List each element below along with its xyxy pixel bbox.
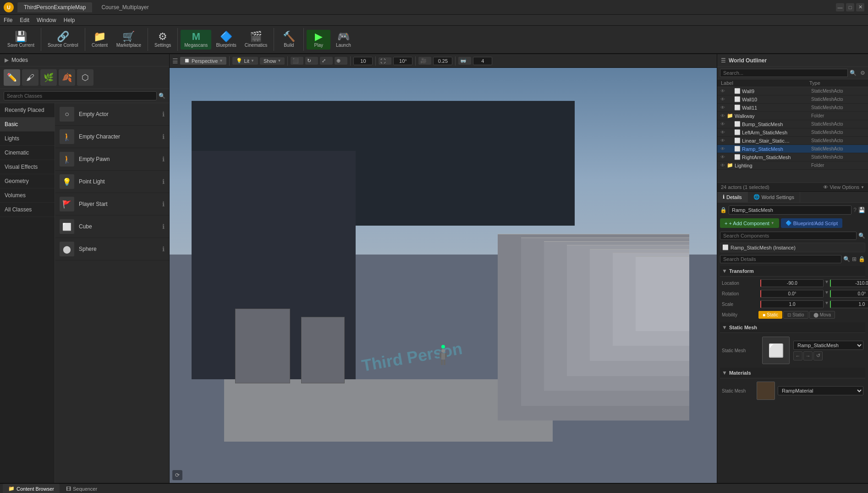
- category-recently-placed[interactable]: Recently Placed: [0, 103, 55, 117]
- eye-icon[interactable]: 👁: [719, 97, 726, 102]
- mesh-nav-forward[interactable]: →: [803, 351, 813, 360]
- build-button[interactable]: 🔨 Build: [277, 30, 301, 50]
- cinematics-button[interactable]: 🎬 Cinematics: [241, 30, 271, 50]
- search-components-input[interactable]: [720, 232, 857, 240]
- location-x-input[interactable]: [760, 279, 824, 287]
- tab-world-settings[interactable]: 🌐 World Settings: [748, 192, 800, 202]
- tab-details[interactable]: ℹ Details: [717, 192, 748, 202]
- menu-window[interactable]: Window: [37, 17, 56, 23]
- tab-sequencer[interactable]: 🎞 Sequencer: [60, 484, 103, 493]
- coord-tool[interactable]: ⊕: [335, 57, 347, 65]
- perspective-button[interactable]: 🔲 Perspective ▼: [180, 57, 226, 65]
- menu-help[interactable]: Help: [64, 17, 75, 23]
- viewport-menu-icon[interactable]: ☰: [172, 57, 178, 65]
- empty-pawn-info[interactable]: ℹ: [162, 155, 165, 163]
- save-current-button[interactable]: 💾 Save Current: [4, 30, 38, 50]
- mesh-nav-back[interactable]: ←: [793, 351, 802, 360]
- actor-name-input[interactable]: [729, 205, 852, 215]
- play-button[interactable]: ▶ Play: [307, 30, 330, 50]
- eye-icon[interactable]: 👁: [719, 146, 726, 151]
- viewport[interactable]: Third Person ⟳: [170, 68, 717, 483]
- table-row[interactable]: 👁 📁 Walkway Folder: [717, 112, 868, 120]
- eye-icon[interactable]: 👁: [719, 113, 726, 118]
- viewport-corner-button[interactable]: ⟳: [172, 470, 182, 480]
- list-item[interactable]: 🚶 Empty Character ℹ: [55, 126, 169, 148]
- static-mesh-section-header[interactable]: ▼ Static Mesh: [720, 322, 865, 333]
- mobility-movable-button[interactable]: ⬤ Mova: [809, 311, 835, 319]
- settings-button[interactable]: ⚙ Settings: [151, 30, 175, 50]
- table-row[interactable]: 👁 ⬜ Wall9 StaticMeshActo: [717, 87, 868, 95]
- table-row[interactable]: 👁 ⬜ Linear_Stair_Static… StaticMeshActo: [717, 137, 868, 145]
- maximize-button[interactable]: □: [846, 3, 854, 11]
- material-select[interactable]: RampMaterial: [778, 386, 863, 395]
- component-instance-row[interactable]: ⬜ Ramp_StaticMesh (Instance): [720, 243, 865, 252]
- mesh-refresh[interactable]: ↺: [813, 351, 823, 360]
- view-options-button[interactable]: 👁 View Options ▼: [823, 184, 864, 190]
- map-tab[interactable]: ThirdPersonExampleMap: [17, 2, 92, 12]
- outliner-search-input[interactable]: [720, 69, 848, 77]
- search-classes-input[interactable]: [4, 91, 157, 100]
- close-button[interactable]: ✕: [856, 3, 864, 11]
- grid-view-icon[interactable]: ⊞: [852, 256, 857, 262]
- mode-foliage-button[interactable]: 🍂: [59, 69, 75, 86]
- lit-button[interactable]: 💡 Lit ▼: [232, 57, 258, 65]
- eye-icon[interactable]: 👁: [719, 122, 726, 127]
- table-row[interactable]: 👁 ⬜ LeftArm_StaticMesh StaticMeshActo: [717, 128, 868, 137]
- launch-button[interactable]: 🎮 Launch: [331, 30, 355, 50]
- lock-details-icon[interactable]: 🔒: [858, 256, 865, 262]
- eye-icon[interactable]: 👁: [719, 163, 726, 168]
- list-item[interactable]: 💡 Point Light ℹ: [55, 171, 169, 193]
- list-item[interactable]: 🚩 Player Start ℹ: [55, 193, 169, 216]
- blueprint-script-button[interactable]: 🔷 Blueprint/Add Script: [781, 218, 842, 228]
- eye-icon[interactable]: 👁: [719, 155, 726, 160]
- outliner-settings-icon[interactable]: ⚙: [860, 70, 865, 76]
- scale-y-input[interactable]: [830, 300, 868, 308]
- sphere-info[interactable]: ℹ: [162, 245, 165, 253]
- materials-section-header[interactable]: ▼ Materials: [720, 368, 865, 378]
- mode-landscape-button[interactable]: 🌿: [40, 69, 57, 86]
- tab-content-browser[interactable]: 📁 Content Browser: [3, 484, 60, 493]
- outliner-search-icon[interactable]: 🔍: [850, 70, 857, 76]
- category-basic[interactable]: Basic: [0, 117, 55, 132]
- table-row[interactable]: 👁 ⬜ Wall10 StaticMeshActo: [717, 95, 868, 104]
- search-classes-icon[interactable]: 🔍: [159, 93, 165, 99]
- cube-info[interactable]: ℹ: [162, 223, 165, 230]
- menu-edit[interactable]: Edit: [20, 17, 29, 23]
- marketplace-button[interactable]: 🛒 Marketplace: [113, 30, 145, 50]
- point-light-info[interactable]: ℹ: [162, 178, 165, 185]
- eye-icon[interactable]: 👁: [719, 138, 726, 143]
- eye-icon[interactable]: 👁: [719, 130, 726, 135]
- grid-value[interactable]: 4: [473, 57, 492, 65]
- save-icon-detail[interactable]: 💾: [858, 207, 865, 213]
- search-details-input[interactable]: [720, 255, 841, 263]
- source-control-button[interactable]: 🔗 Source Control: [44, 30, 82, 50]
- table-row[interactable]: 👁 ⬜ Wall11 StaticMeshActo: [717, 104, 868, 112]
- mode-select-button[interactable]: ✏️: [4, 69, 20, 86]
- category-lights[interactable]: Lights: [0, 132, 55, 146]
- rotation-x-input[interactable]: [760, 290, 824, 298]
- category-cinematic[interactable]: Cinematic: [0, 146, 55, 160]
- category-geometry[interactable]: Geometry: [0, 174, 55, 188]
- scale-tool[interactable]: ⤢: [320, 57, 333, 65]
- camera-speed[interactable]: 🎥: [418, 57, 431, 65]
- list-item[interactable]: ○ Empty Actor ℹ: [55, 103, 169, 126]
- minimize-button[interactable]: —: [836, 3, 844, 11]
- content-button[interactable]: 📁 Content: [88, 30, 112, 50]
- eye-icon[interactable]: 👁: [719, 105, 726, 110]
- scale-snap-value[interactable]: 0.25: [433, 57, 452, 65]
- search-details-icon[interactable]: 🔍: [843, 256, 850, 262]
- scale-x-input[interactable]: [760, 300, 824, 308]
- search-comp-icon[interactable]: 🔍: [858, 233, 865, 239]
- blueprints-button[interactable]: 🔷 Blueprints: [212, 30, 240, 50]
- menu-file[interactable]: File: [4, 17, 12, 23]
- megascans-button[interactable]: M Megascans: [181, 30, 211, 50]
- category-visual-effects[interactable]: Visual Effects: [0, 160, 55, 174]
- transform-section-header[interactable]: ▼ Transform: [720, 266, 865, 277]
- mode-geometry-button[interactable]: ⬡: [77, 69, 93, 86]
- scale-x-down[interactable]: ▼: [824, 300, 829, 308]
- vr-preview[interactable]: 🥽: [458, 57, 471, 65]
- empty-character-info[interactable]: ℹ: [162, 133, 165, 140]
- mesh-name-select[interactable]: Ramp_StaticMesh: [793, 341, 863, 350]
- list-item[interactable]: ⬜ Cube ℹ: [55, 216, 169, 238]
- translate-tool[interactable]: ⬛: [291, 57, 303, 65]
